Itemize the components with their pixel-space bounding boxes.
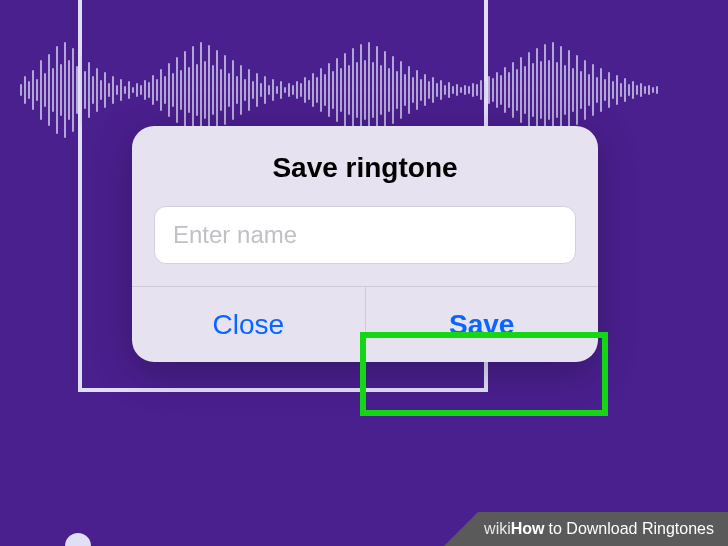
dialog-button-row: Close Save xyxy=(132,286,598,362)
name-input-wrap xyxy=(132,202,598,286)
trim-handle-start[interactable] xyxy=(65,533,91,546)
brand-prefix: wiki xyxy=(484,520,511,538)
screenshot-stage: Save ringtone Close Save wikiHow to Down… xyxy=(0,0,728,546)
close-button[interactable]: Close xyxy=(132,287,365,362)
caption-text: wikiHow to Download Ringtones xyxy=(478,512,728,546)
caption-wedge xyxy=(444,512,478,546)
audio-selection-baseline xyxy=(78,388,488,392)
save-ringtone-dialog: Save ringtone Close Save xyxy=(132,126,598,362)
wikihow-caption: wikiHow to Download Ringtones xyxy=(444,512,728,546)
brand-suffix: How xyxy=(511,520,545,538)
dialog-title: Save ringtone xyxy=(132,126,598,202)
save-button[interactable]: Save xyxy=(365,287,599,362)
article-title: to Download Ringtones xyxy=(549,520,714,538)
ringtone-name-input[interactable] xyxy=(154,206,576,264)
